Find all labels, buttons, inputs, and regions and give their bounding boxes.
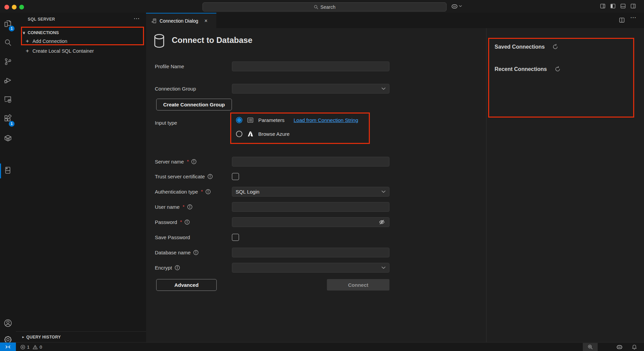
server-name-input[interactable]: [232, 157, 389, 167]
info-icon[interactable]: [207, 174, 213, 179]
warning-count: 0: [40, 345, 42, 350]
search-icon: [314, 5, 318, 9]
chevron-down-icon: [381, 266, 386, 269]
split-editor-icon[interactable]: [619, 17, 625, 23]
containers-icon[interactable]: [3, 133, 13, 143]
chevron-down-icon: [381, 190, 386, 193]
authentication-type-label: Authentication type*: [155, 187, 211, 197]
maximize-window-button[interactable]: [19, 5, 24, 9]
annotation-rect-input-type: [230, 112, 370, 144]
connection-group-label: Connection Group: [155, 84, 196, 94]
copilot-chevron-down-icon[interactable]: [459, 5, 462, 7]
user-name-label: User name*: [155, 202, 193, 212]
trust-server-certificate-checkbox[interactable]: [232, 173, 239, 180]
connection-dialog-webview: Connect to Database Profile Name Connect…: [146, 28, 644, 342]
save-password-label: Save Password: [155, 232, 190, 242]
encrypt-label: Encrypt: [155, 263, 180, 273]
page-title: Connect to Database: [172, 35, 253, 45]
notifications-bell-icon[interactable]: [631, 344, 637, 350]
error-count: 1: [27, 345, 29, 350]
problems-indicator[interactable]: 1 0: [20, 345, 42, 350]
chevron-right-icon: ▸: [22, 335, 24, 339]
tab-connection-dialog[interactable]: Connection Dialog ×: [146, 13, 216, 28]
database-name-input[interactable]: [232, 248, 389, 257]
remote-indicator[interactable]: [0, 343, 16, 351]
warnings-icon: [32, 345, 38, 350]
accounts-icon[interactable]: [3, 318, 13, 328]
chevron-down-icon: [381, 87, 386, 90]
status-bar: 1 0: [0, 342, 644, 351]
annotation-rect-connections: [21, 27, 144, 45]
database-icon: [153, 33, 166, 49]
minimize-window-button[interactable]: [12, 5, 17, 9]
source-control-icon[interactable]: [3, 56, 13, 67]
authentication-type-select[interactable]: SQL Login: [232, 187, 389, 197]
activity-bar: 1: [0, 13, 16, 342]
password-input[interactable]: [232, 217, 389, 227]
save-password-checkbox[interactable]: [232, 234, 239, 241]
toggle-primary-sidebar-icon[interactable]: [610, 3, 616, 9]
tab-close-icon[interactable]: ×: [204, 18, 207, 24]
sidebar-sql-server: SQL SERVER ⋯ ∨ CONNECTIONS + Add Connect…: [16, 13, 146, 342]
active-view-indicator: [0, 164, 1, 178]
info-icon[interactable]: [191, 159, 197, 165]
create-connection-group-button[interactable]: Create Connection Group: [156, 99, 232, 110]
copilot-status-icon[interactable]: [616, 344, 623, 350]
errors-icon: [20, 345, 25, 350]
column-divider: [486, 28, 486, 342]
info-icon[interactable]: [174, 265, 180, 271]
connection-group-select[interactable]: [232, 84, 389, 94]
toggle-panel-icon[interactable]: [620, 3, 626, 9]
editor-more-actions-icon[interactable]: ⋯: [630, 14, 637, 21]
run-and-debug-icon[interactable]: [3, 75, 13, 85]
explorer-badge: 1: [9, 26, 15, 31]
command-center-search[interactable]: Search: [202, 2, 447, 11]
sidebar-more-actions-icon[interactable]: ⋯: [134, 15, 140, 22]
search-view-icon[interactable]: [3, 37, 13, 48]
info-icon[interactable]: [187, 204, 193, 210]
annotation-rect-connections-panel: [488, 38, 634, 118]
vscode-window: ← → Search: [0, 0, 644, 351]
password-label: Password*: [155, 217, 190, 227]
remote-explorer-icon[interactable]: [3, 94, 13, 104]
server-name-label: Server name*: [155, 157, 197, 167]
create-local-sql-container-item[interactable]: + Create Local SQL Container: [16, 46, 146, 55]
input-type-label: Input type: [155, 118, 177, 128]
sidebar-title: SQL SERVER: [28, 17, 55, 22]
zoom-status-icon[interactable]: [583, 343, 598, 351]
sql-server-view-icon[interactable]: [3, 165, 13, 175]
connect-button[interactable]: Connect: [327, 279, 389, 291]
close-window-button[interactable]: [4, 5, 9, 9]
customize-layout-icon[interactable]: [600, 3, 606, 9]
encrypt-select[interactable]: [232, 263, 389, 273]
advanced-button[interactable]: Advanced: [156, 279, 217, 291]
tab-label: Connection Dialog: [160, 18, 198, 24]
connection-dialog-tab-icon: [151, 18, 157, 24]
profile-name-input[interactable]: [232, 61, 389, 71]
user-name-input[interactable]: [232, 202, 389, 212]
extensions-badge: 1: [9, 121, 15, 127]
plus-icon: +: [26, 48, 29, 54]
search-placeholder: Search: [320, 4, 335, 10]
toggle-password-visibility-icon[interactable]: [379, 219, 385, 225]
info-icon[interactable]: [193, 250, 199, 255]
database-name-label: Database name: [155, 248, 199, 257]
editor-tab-bar: Connection Dialog × ⋯: [146, 13, 644, 28]
copilot-icon[interactable]: [451, 3, 458, 9]
query-history-section-header[interactable]: ▸ QUERY HISTORY: [16, 331, 146, 342]
info-icon[interactable]: [205, 189, 211, 195]
profile-name-label: Profile Name: [155, 61, 184, 71]
title-bar: ← → Search: [0, 0, 644, 13]
info-icon[interactable]: [184, 219, 190, 225]
trust-server-certificate-label: Trust server certificate: [155, 172, 213, 181]
toggle-secondary-sidebar-icon[interactable]: [630, 3, 636, 9]
